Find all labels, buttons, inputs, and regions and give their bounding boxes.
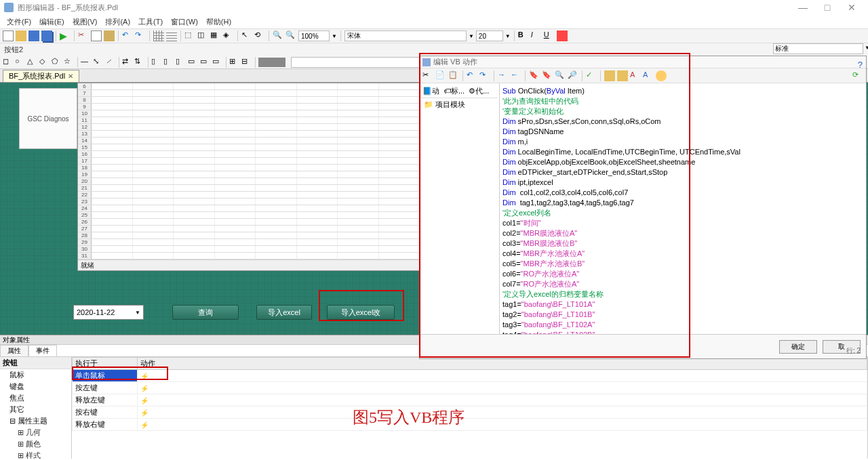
cell[interactable]: [174, 171, 215, 177]
maximize-icon[interactable]: □: [815, 0, 840, 15]
cell[interactable]: [256, 185, 297, 191]
font-name-field[interactable]: [344, 30, 467, 41]
cell[interactable]: [92, 90, 133, 96]
cell[interactable]: [256, 165, 297, 171]
cell[interactable]: [256, 90, 297, 96]
cell[interactable]: [338, 110, 379, 117]
cell[interactable]: [92, 198, 133, 205]
prop-tree-item[interactable]: 鼠标: [0, 369, 71, 381]
date-picker[interactable]: 2020-11-22 ▼: [73, 305, 144, 320]
cell[interactable]: [256, 212, 297, 218]
event-row[interactable]: 按右键⚡: [73, 406, 867, 419]
cell[interactable]: [92, 178, 133, 184]
cell[interactable]: [174, 226, 215, 232]
cell[interactable]: [174, 185, 215, 191]
lightning-icon[interactable]: ⚡: [140, 421, 149, 429]
event-row[interactable]: 单击鼠标⚡: [73, 370, 867, 382]
zoomout-icon[interactable]: 🔍: [285, 30, 296, 41]
cell[interactable]: [133, 226, 174, 232]
cell[interactable]: [256, 151, 297, 157]
cell[interactable]: [174, 246, 215, 252]
cell[interactable]: [297, 239, 338, 245]
cell[interactable]: [379, 158, 420, 164]
cell[interactable]: [338, 212, 379, 218]
menu-item[interactable]: 窗口(W): [167, 17, 202, 27]
table-row[interactable]: 21: [78, 185, 420, 192]
cell[interactable]: [174, 90, 215, 96]
cell[interactable]: [338, 83, 379, 89]
cell[interactable]: [379, 219, 420, 225]
vb-ok-button[interactable]: 确定: [779, 340, 817, 354]
cell[interactable]: [133, 198, 174, 205]
new-icon[interactable]: [3, 30, 14, 41]
cell[interactable]: [256, 110, 297, 117]
copy-icon[interactable]: [91, 30, 102, 41]
cell[interactable]: [256, 246, 297, 252]
tab-properties[interactable]: 属性: [0, 345, 28, 356]
cell[interactable]: [379, 144, 420, 150]
cell[interactable]: [297, 138, 338, 144]
cell[interactable]: [92, 158, 133, 164]
line1-icon[interactable]: ―: [81, 57, 92, 68]
vb-folder-icon[interactable]: [604, 70, 615, 81]
cell[interactable]: [133, 192, 174, 198]
grid2-icon[interactable]: [166, 30, 177, 41]
cell[interactable]: [215, 117, 256, 123]
align4-icon[interactable]: ▭: [188, 57, 199, 68]
lightning-icon[interactable]: ⚡: [140, 385, 149, 392]
table-row[interactable]: 17: [78, 158, 420, 165]
cell[interactable]: [92, 110, 133, 117]
cell[interactable]: [215, 212, 256, 218]
cell[interactable]: [256, 104, 297, 110]
cell[interactable]: [297, 246, 338, 252]
lightning-icon[interactable]: ⚡: [140, 397, 149, 404]
cell[interactable]: [92, 226, 133, 232]
cell[interactable]: [174, 117, 215, 123]
cell[interactable]: [338, 144, 379, 150]
cell[interactable]: [338, 117, 379, 123]
cell[interactable]: [256, 198, 297, 205]
cell[interactable]: [297, 219, 338, 225]
cell[interactable]: [256, 232, 297, 238]
cell[interactable]: [133, 144, 174, 150]
cell[interactable]: [338, 104, 379, 110]
cell[interactable]: [338, 198, 379, 205]
vb-editor-window[interactable]: 编辑 VB 动作 ✂ 📄 📋 ↶ ↷ → ← 🔖 🔖 🔍 🔎 ✓ A A ⟳ 📘…: [419, 56, 867, 359]
cell[interactable]: [92, 97, 133, 103]
cell[interactable]: [297, 171, 338, 177]
cell[interactable]: [92, 171, 133, 177]
table-row[interactable]: 19: [78, 171, 420, 178]
cell[interactable]: [338, 239, 379, 245]
table-row[interactable]: 7: [78, 90, 420, 97]
cell[interactable]: [174, 124, 215, 130]
tab-close-icon[interactable]: ✕: [68, 72, 73, 80]
cell[interactable]: [379, 185, 420, 191]
open-icon[interactable]: [16, 30, 26, 41]
cell[interactable]: [215, 151, 256, 157]
zoom-field[interactable]: [298, 30, 330, 41]
cell[interactable]: [133, 178, 174, 184]
cell[interactable]: [174, 253, 215, 259]
menu-item[interactable]: 工具(T): [134, 17, 167, 27]
cell[interactable]: [92, 239, 133, 245]
lightning-icon[interactable]: ⚡: [140, 373, 149, 380]
cell[interactable]: [379, 171, 420, 177]
cell[interactable]: [338, 131, 379, 137]
rotate-icon[interactable]: ⟲: [254, 30, 265, 41]
vb-folder2-icon[interactable]: [617, 70, 628, 81]
cell[interactable]: [133, 117, 174, 123]
table-row[interactable]: 16: [78, 151, 420, 158]
vb-redo-icon[interactable]: ↷: [479, 70, 490, 81]
table-row[interactable]: 26: [78, 219, 420, 226]
cell[interactable]: [338, 90, 379, 96]
line3-icon[interactable]: ⟋: [105, 57, 116, 68]
paste-icon[interactable]: [104, 30, 115, 41]
cell[interactable]: [379, 117, 420, 123]
table-row[interactable]: 28: [78, 232, 420, 239]
cell[interactable]: [297, 90, 338, 96]
cell[interactable]: [379, 253, 420, 259]
saveall-icon[interactable]: [41, 30, 52, 41]
tab-document[interactable]: BF_系统报表.Pdl ✕: [3, 70, 79, 82]
cell[interactable]: [297, 131, 338, 137]
standard-combo[interactable]: [773, 43, 863, 54]
